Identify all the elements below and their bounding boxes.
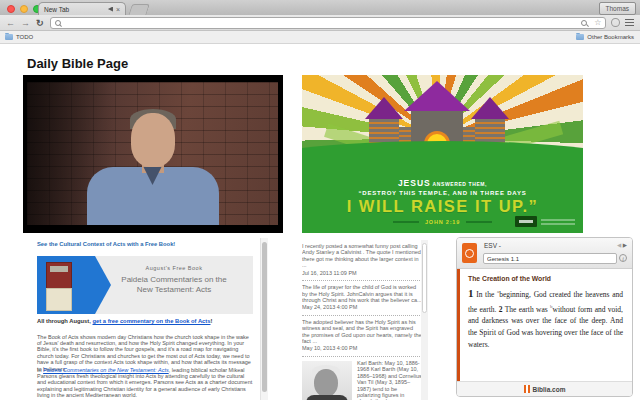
verse-reference-input[interactable] <box>483 253 617 264</box>
window-controls <box>7 5 41 13</box>
bookmark-folder-todo[interactable]: TODO <box>5 34 33 40</box>
search-icon <box>55 20 61 26</box>
cta-line: All through August, get a free commentar… <box>37 318 253 324</box>
feed-item[interactable]: I recently posted a somewhat funny post … <box>302 240 422 281</box>
biblia-logo-icon <box>462 243 477 263</box>
feed-scrollbar[interactable] <box>421 240 428 400</box>
blog-feed: I recently posted a somewhat funny post … <box>302 240 422 400</box>
video-player[interactable] <box>23 75 283 233</box>
banner-book-covers <box>37 256 95 314</box>
biblia-link[interactable]: Biblia.com <box>533 386 566 393</box>
banner-text: August's Free Book Paideia Commentaries … <box>95 256 253 314</box>
acts-promo-link[interactable]: See the Cultural Context of Acts with a … <box>37 241 253 247</box>
bookmarks-bar: TODO Other Bookmarks <box>0 31 640 44</box>
feed-scrollbar-thumb[interactable] <box>422 243 427 313</box>
banner-title: Paideia Commentaries on the New Testamen… <box>95 275 253 295</box>
window-titlebar: New Tab × Thomas <box>0 0 640 16</box>
esv-widget-header: ESV - ◀ ▶ i <box>457 238 632 269</box>
karl-barth-photo <box>302 361 352 400</box>
feed-item[interactable]: Karl Barth: May 10, 1886-1968 Karl Barth… <box>302 357 422 400</box>
page-title: Daily Bible Page <box>27 56 128 71</box>
feed-item-time: May 24, 2013 4:00 PM <box>302 304 422 310</box>
verse-poster-image: JESUS ANSWERED THEM, “DESTROY THIS TEMPL… <box>302 75 583 233</box>
acts-article: See the Cultural Context of Acts with a … <box>37 241 253 247</box>
esv-passage: The Creation of the World 1 In the abegi… <box>457 269 632 384</box>
reload-icon[interactable]: ↻ <box>36 18 44 28</box>
folder-icon <box>576 34 584 40</box>
passage-text: 1 In the abeginning, God created the hea… <box>468 286 623 351</box>
passage-heading: The Creation of the World <box>468 275 623 282</box>
zoom-level-icon[interactable] <box>581 20 587 26</box>
book-cover-bottom <box>46 288 72 311</box>
book-cover-top <box>46 262 72 289</box>
folder-icon <box>5 34 13 40</box>
feed-item[interactable]: The adopted believer has the Holy Spirit… <box>302 316 422 357</box>
verse-reference: JOHN 2:19 <box>425 219 460 225</box>
video-frame <box>27 82 278 225</box>
biblescreen-badge <box>515 216 537 227</box>
feed-item[interactable]: The life of prayer for the child of God … <box>302 281 422 316</box>
paideia-link[interactable]: Paideia Commentaries on the New Testamen… <box>43 367 169 373</box>
acts-scrollbar-thumb[interactable] <box>262 242 267 392</box>
free-commentary-link[interactable]: get a free commentary on the Book of Act… <box>93 318 211 324</box>
address-bar[interactable]: ☆ <box>50 17 607 29</box>
profile-button[interactable]: Thomas <box>599 2 636 15</box>
feed-item-text: The life of prayer for the child of God … <box>302 284 422 303</box>
esv-version-selector[interactable]: ESV - <box>484 242 501 249</box>
browser-window: New Tab × Thomas ← → ↻ ☆ TODO Other <box>0 0 640 400</box>
feed-item-time: May 10, 2013 4:00 PM <box>302 345 422 351</box>
tab-title: New Tab <box>44 6 108 13</box>
attribution-lines <box>541 217 575 227</box>
bookmark-star-icon[interactable]: ☆ <box>594 19 601 27</box>
acts-scrollbar[interactable] <box>260 238 268 400</box>
banner-kicker: August's Free Book <box>95 265 253 271</box>
acts-paragraph-2: In Paideia Commentaries on the New Testa… <box>37 367 253 399</box>
info-icon[interactable]: i <box>619 254 627 262</box>
bookmark-label: Other Bookmarks <box>587 34 634 40</box>
divider-line <box>393 221 419 223</box>
tab-new-tab[interactable]: New Tab × <box>38 2 126 15</box>
browser-toolbar: ← → ↻ ☆ <box>0 15 640 31</box>
close-window-button[interactable] <box>7 5 15 13</box>
extension-icon[interactable] <box>611 18 620 27</box>
poster-attribution <box>515 216 575 227</box>
previous-chapter-icon[interactable]: ◀ <box>617 242 621 248</box>
esv-navigation: ◀ ▶ <box>617 242 627 248</box>
tab-pin-icon <box>108 7 113 12</box>
divider-line <box>466 221 492 223</box>
feed-item-text: I recently posted a somewhat funny post … <box>302 243 422 269</box>
address-input[interactable] <box>64 19 578 27</box>
video-speaker <box>78 105 228 225</box>
menu-icon[interactable] <box>625 19 634 26</box>
minimize-window-button[interactable] <box>20 5 28 13</box>
biblia-footer-icon <box>524 385 530 393</box>
feed-item-text: The adopted believer has the Holy Spirit… <box>302 319 422 345</box>
back-icon[interactable]: ← <box>6 18 15 28</box>
free-book-banner[interactable]: August's Free Book Paideia Commentaries … <box>37 256 253 314</box>
bookmark-other-bookmarks[interactable]: Other Bookmarks <box>576 34 634 40</box>
feed-item-time: Jul 16, 2013 11:09 PM <box>302 270 422 276</box>
esv-widget-footer: Biblia.com <box>457 381 632 396</box>
esv-bible-widget: ESV - ◀ ▶ i The Creation of the World 1 … <box>456 237 633 397</box>
next-chapter-icon[interactable]: ▶ <box>623 242 627 248</box>
forward-icon[interactable]: → <box>21 18 30 28</box>
tab-close-icon[interactable]: × <box>116 7 120 12</box>
bookmark-label: TODO <box>16 34 33 40</box>
